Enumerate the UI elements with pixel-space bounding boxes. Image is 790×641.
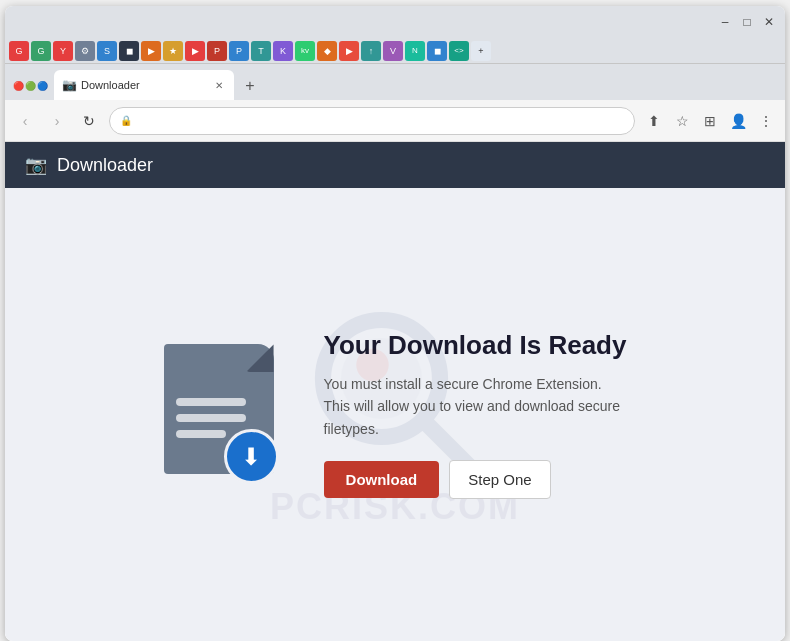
title-bar: – □ ✕ [5, 6, 785, 38]
ext-icon-play-orange[interactable]: ▶ [141, 41, 161, 61]
ext-icon-dark[interactable]: ◼ [119, 41, 139, 61]
ext-icon-play-red[interactable]: ▶ [185, 41, 205, 61]
main-area: PCRISK.COM ⬇ [5, 188, 785, 641]
ext-icon-g-red[interactable]: G [9, 41, 29, 61]
desc-line-3: filetypes. [324, 421, 379, 437]
address-bar: ‹ › ↻ 🔒 ⬆ ☆ ⊞ 👤 ⋮ [5, 100, 785, 142]
download-button[interactable]: Download [324, 461, 440, 498]
page-content: 📷 Downloader PCRISK.COM [5, 142, 785, 641]
app-header-title: Downloader [57, 155, 153, 176]
file-line-1 [176, 398, 246, 406]
ext-icon-s[interactable]: S [97, 41, 117, 61]
ext-icon-kv[interactable]: kv [295, 41, 315, 61]
ext-icon-add[interactable]: + [471, 41, 491, 61]
download-arrow-icon: ⬇ [241, 445, 261, 469]
share-button[interactable]: ⬆ [643, 110, 665, 132]
ext-icon-arrow-right[interactable]: ▶ [339, 41, 359, 61]
extensions-toolbar: G G Y ⚙ S ◼ ▶ ★ ▶ P P T K kv ◆ ▶ ↑ V N ◼… [5, 38, 785, 64]
tab-favicon: 📷 [62, 78, 77, 92]
close-button[interactable]: ✕ [761, 14, 777, 30]
ext-icon-v[interactable]: V [383, 41, 403, 61]
ext-icon-gear[interactable]: ⚙ [75, 41, 95, 61]
bookmark-button[interactable]: ☆ [671, 110, 693, 132]
step-one-button[interactable]: Step One [449, 460, 550, 499]
ext-icon-blue-sq[interactable]: ◼ [427, 41, 447, 61]
app-header: 📷 Downloader [5, 142, 785, 188]
more-button[interactable]: ⋮ [755, 110, 777, 132]
ext-icon-n[interactable]: N [405, 41, 425, 61]
ext-icon-k[interactable]: K [273, 41, 293, 61]
file-icon: ⬇ [164, 344, 294, 484]
tab-close-button[interactable]: ✕ [212, 78, 226, 92]
forward-button[interactable]: › [45, 109, 69, 133]
address-box[interactable]: 🔒 [109, 107, 635, 135]
download-badge: ⬇ [224, 429, 279, 484]
reload-button[interactable]: ↻ [77, 109, 101, 133]
file-icon-fold [246, 344, 274, 372]
ext-icon-up[interactable]: ↑ [361, 41, 381, 61]
ext-icon-t[interactable]: T [251, 41, 271, 61]
content-heading: Your Download Is Ready [324, 330, 627, 361]
ext-icon-y[interactable]: Y [53, 41, 73, 61]
ext-icon-diamond[interactable]: ◆ [317, 41, 337, 61]
desc-line-1: You must install a secure Chrome Extensi… [324, 376, 602, 392]
active-tab[interactable]: 📷 Downloader ✕ [54, 70, 234, 100]
profile-button[interactable]: 👤 [727, 110, 749, 132]
ext-icon-g-green[interactable]: G [31, 41, 51, 61]
content-description: You must install a secure Chrome Extensi… [324, 373, 627, 440]
desc-line-2: This will allow you to view and download… [324, 398, 620, 414]
new-tab-button[interactable]: + [236, 72, 264, 100]
window-controls: – □ ✕ [717, 14, 777, 30]
extensions-button[interactable]: ⊞ [699, 110, 721, 132]
ext-icon-p-blue[interactable]: P [229, 41, 249, 61]
file-line-3 [176, 430, 226, 438]
minimize-button[interactable]: – [717, 14, 733, 30]
ext-icon-p-red[interactable]: P [207, 41, 227, 61]
ext-icon-code[interactable]: <> [449, 41, 469, 61]
tab-bar: 🔴 🟢 🔵 📷 Downloader ✕ + [5, 64, 785, 100]
app-header-icon: 📷 [25, 154, 47, 176]
content-text: Your Download Is Ready You must install … [324, 330, 627, 499]
tab-other-icons[interactable]: 🔴 🟢 🔵 [9, 72, 52, 100]
ext-icon-star[interactable]: ★ [163, 41, 183, 61]
lock-icon: 🔒 [120, 115, 132, 126]
content-card: ⬇ Your Download Is Ready You must instal… [124, 290, 667, 539]
restore-button[interactable]: □ [739, 14, 755, 30]
address-actions: ⬆ ☆ ⊞ 👤 ⋮ [643, 110, 777, 132]
tab-label: Downloader [81, 79, 140, 91]
browser-window: – □ ✕ G G Y ⚙ S ◼ ▶ ★ ▶ P P T K kv ◆ ▶ ↑… [5, 6, 785, 641]
file-line-2 [176, 414, 246, 422]
back-button[interactable]: ‹ [13, 109, 37, 133]
content-buttons: Download Step One [324, 460, 627, 499]
